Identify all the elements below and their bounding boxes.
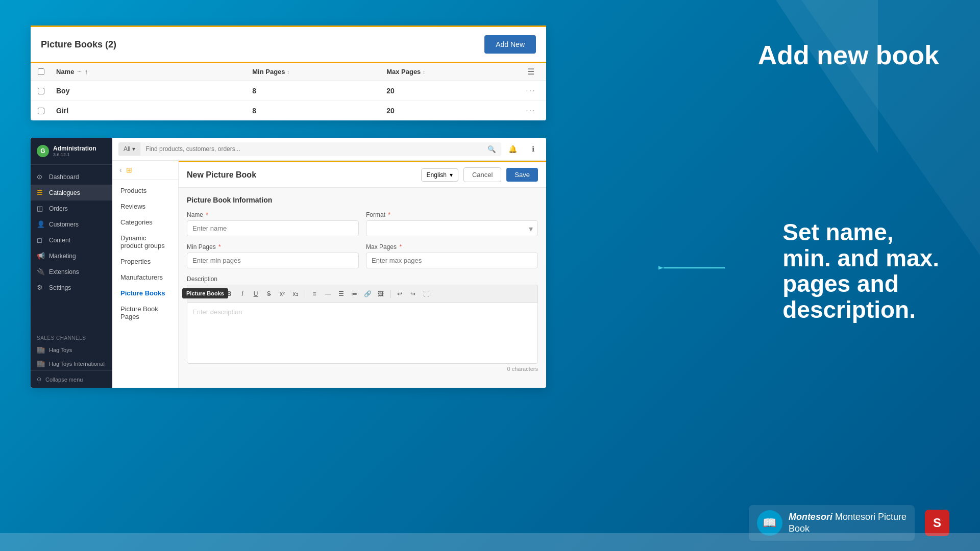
submenu-item-manufacturers[interactable]: Manufacturers — [112, 269, 178, 285]
row-checkbox-col — [31, 88, 51, 94]
header-name-col[interactable]: Name ··· ↑ — [51, 68, 247, 76]
logo-version: 3.6.12.1 — [53, 152, 96, 157]
collapse-menu-button[interactable]: ⊙ Collapse menu — [31, 370, 112, 388]
cancel-button[interactable]: Cancel — [463, 167, 501, 182]
submenu-item-products[interactable]: Products — [112, 183, 178, 198]
format-select-wrapper — [366, 220, 538, 236]
add-new-book-text: Add new book — [758, 41, 939, 70]
sidebar-item-label: Marketing — [49, 253, 76, 260]
row-options-button[interactable]: ··· — [526, 86, 535, 95]
maxpages-input[interactable] — [366, 253, 538, 268]
language-select[interactable]: English ▾ — [421, 168, 458, 182]
name-input[interactable] — [187, 220, 359, 236]
submenu-item-properties[interactable]: Properties — [112, 254, 178, 269]
sidebar-item-label: Content — [49, 237, 70, 244]
form-section-title: Picture Book Information — [187, 196, 538, 204]
editor-btn-italic[interactable]: I — [237, 288, 248, 299]
sidebar-item-label: Extensions — [49, 268, 79, 276]
table-row: Boy 8 20 ··· — [31, 81, 546, 101]
picture-books-table-panel: Picture Books (2) Add New Name ··· ↑ Min… — [31, 26, 546, 120]
form-title: New Picture Book — [187, 170, 256, 180]
help-icon[interactable]: ℹ — [526, 142, 540, 156]
channel-label: HagiToys — [49, 347, 72, 353]
format-select[interactable] — [366, 220, 538, 236]
form-body: Picture Book Information Name * — [179, 188, 546, 380]
header-maxpages-col[interactable]: Max Pages ↕ — [381, 68, 516, 76]
header-minpages-col[interactable]: Min Pages ↕ — [247, 68, 381, 76]
sidebar: G Administration 3.6.12.1 ⊙ Dashboard ☰ … — [31, 138, 112, 388]
row-options-button[interactable]: ··· — [526, 106, 535, 115]
description-editor[interactable]: Enter description — [187, 303, 538, 364]
add-new-button[interactable]: Add New — [484, 35, 536, 54]
search-submit-button[interactable]: 🔍 — [482, 142, 501, 156]
bottom-accent — [0, 533, 980, 551]
submenu-item-reviews[interactable]: Reviews — [112, 198, 178, 214]
content-icon: ◻ — [37, 236, 45, 244]
sidebar-item-hagitoys[interactable]: 🏬 HagiToys — [31, 343, 112, 357]
submenu-item-categories[interactable]: Categories — [112, 214, 178, 230]
editor-btn-align[interactable]: ≡ — [309, 288, 320, 299]
sidebar-nav: ⊙ Dashboard ☰ Catalogues ◫ Orders 👤 Cust… — [31, 165, 112, 331]
editor-btn-ordered[interactable]: ≔ — [349, 288, 360, 299]
sidebar-item-catalogues[interactable]: ☰ Catalogues — [31, 185, 112, 201]
sidebar-item-customers[interactable]: 👤 Customers — [31, 216, 112, 232]
notification-icon[interactable]: 🔔 — [505, 142, 520, 156]
select-all-checkbox[interactable] — [38, 68, 44, 75]
row-name-cell: Girl — [51, 107, 247, 115]
add-book-arrow — [378, 23, 439, 54]
dashboard-icon: ⊙ — [37, 173, 45, 181]
sidebar-item-label: Settings — [49, 284, 71, 291]
sidebar-item-orders[interactable]: ◫ Orders — [31, 201, 112, 216]
row-checkbox[interactable] — [38, 108, 44, 114]
editor-btn-strikethrough[interactable]: S̶ — [263, 288, 275, 299]
column-settings-icon[interactable]: ☰ — [527, 67, 534, 77]
sort-icon-max: ↕ — [423, 69, 425, 75]
sidebar-item-label: Customers — [49, 221, 79, 228]
editor-btn-subscript[interactable]: x₂ — [290, 288, 301, 299]
row-maxpages-cell: 20 — [381, 107, 516, 115]
format-label: Format * — [366, 211, 538, 218]
format-field-group: Format * — [366, 211, 538, 236]
search-input[interactable] — [140, 142, 482, 156]
sidebar-item-dashboard[interactable]: ⊙ Dashboard — [31, 169, 112, 185]
minpages-field-group: Min Pages * — [187, 243, 359, 268]
editor-btn-list[interactable]: ☰ — [335, 288, 347, 299]
form-area: New Picture Book English ▾ Cancel Save P… — [179, 161, 546, 388]
montesori-text: Montesori Montesori Picture Book — [789, 511, 906, 535]
editor-btn-image[interactable]: 🖼 — [375, 288, 386, 299]
catalogues-icon: ☰ — [37, 189, 45, 196]
channel-label: HagiToys International — [49, 361, 105, 367]
row-checkbox[interactable] — [38, 88, 44, 94]
set-name-text: Set name, min. and max. pages and descri… — [782, 219, 939, 322]
logo-text-block: Administration 3.6.12.1 — [53, 145, 96, 157]
editor-btn-undo[interactable]: ↩ — [394, 288, 405, 299]
search-icon: 🔍 — [487, 145, 496, 153]
settings-icon: ⚙ — [37, 284, 45, 291]
sidebar-item-label: Orders — [49, 205, 68, 212]
marketing-icon: 📢 — [37, 252, 45, 260]
sidebar-item-hagitoys-intl[interactable]: 🏬 HagiToys International — [31, 357, 112, 370]
sidebar-item-extensions[interactable]: 🔌 Extensions — [31, 264, 112, 280]
editor-btn-hr[interactable]: — — [322, 288, 333, 299]
editor-btn-redo[interactable]: ↪ — [407, 288, 419, 299]
editor-btn-link[interactable]: 🔗 — [362, 288, 373, 299]
minpages-input[interactable] — [187, 253, 359, 268]
name-field-group: Name * — [187, 211, 359, 236]
hagitoys-intl-icon: 🏬 — [37, 360, 45, 367]
table-row: Girl 8 20 ··· — [31, 101, 546, 120]
save-button[interactable]: Save — [506, 168, 538, 182]
editor-btn-underline[interactable]: U — [250, 288, 261, 299]
sidebar-item-marketing[interactable]: 📢 Marketing — [31, 248, 112, 264]
editor-btn-superscript[interactable]: x² — [277, 288, 288, 299]
submenu-item-picture-books[interactable]: Picture Books Picture Books — [112, 285, 178, 301]
panel-inner: ‹ ⊞ Products Reviews Categories Dynamic … — [112, 161, 546, 388]
sidebar-item-content[interactable]: ◻ Content — [31, 232, 112, 248]
tooltip-bubble: Picture Books — [182, 288, 228, 298]
submenu-item-picture-book-pages[interactable]: Picture Book Pages — [112, 301, 178, 324]
submenu-item-dynamic-groups[interactable]: Dynamic product groups — [112, 230, 178, 254]
name-format-row: Name * Format * — [187, 211, 538, 236]
search-filter-button[interactable]: All ▾ — [118, 142, 140, 156]
sidebar-item-settings[interactable]: ⚙ Settings — [31, 280, 112, 295]
back-button[interactable]: ‹ — [119, 166, 122, 174]
editor-btn-fullscreen[interactable]: ⛶ — [421, 288, 432, 299]
